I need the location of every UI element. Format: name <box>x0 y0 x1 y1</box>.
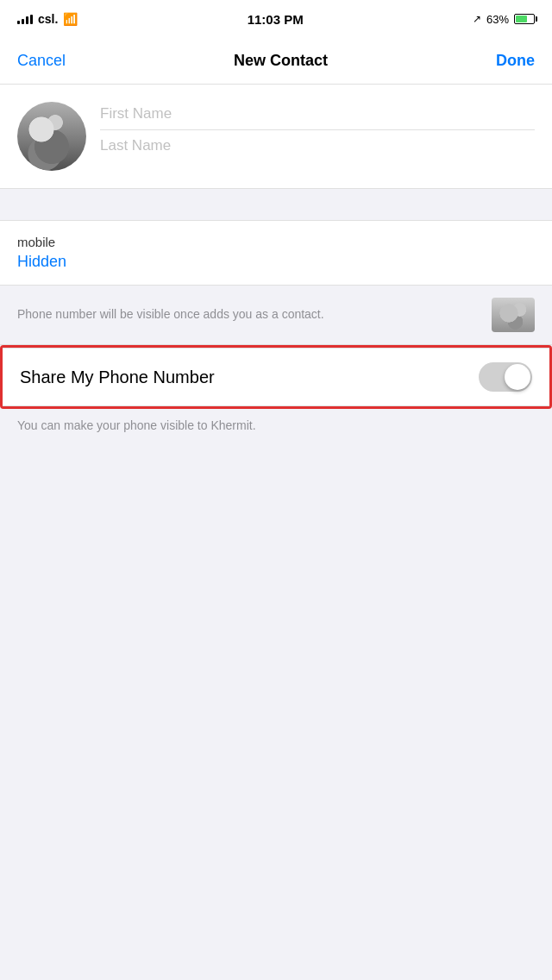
share-section-highlight: Share My Phone Number <box>0 345 552 409</box>
share-hint-text: You can make your phone visible to Kherm… <box>17 418 256 432</box>
wifi-icon: 📶 <box>63 12 78 26</box>
bottom-area <box>0 449 552 707</box>
name-fields <box>100 102 535 161</box>
last-name-input[interactable] <box>100 129 535 161</box>
carrier-name: csl. <box>38 12 58 26</box>
signal-bar-2 <box>22 19 24 24</box>
toggle-knob <box>505 364 530 390</box>
signal-bar-4 <box>30 15 33 24</box>
share-phone-section: Share My Phone Number <box>3 348 549 406</box>
status-right: ↗ 63% <box>473 13 535 26</box>
share-phone-label: Share My Phone Number <box>20 368 215 387</box>
signal-bar-1 <box>17 21 20 24</box>
nav-bar: Cancel New Contact Done <box>0 38 552 85</box>
phone-label: mobile <box>17 235 535 249</box>
share-hint-section: You can make your phone visible to Kherm… <box>0 409 552 449</box>
first-name-input[interactable] <box>100 102 535 126</box>
contact-photo-section <box>0 85 552 189</box>
page-title: New Contact <box>234 52 328 70</box>
status-left: csl. 📶 <box>17 12 78 26</box>
avatar[interactable] <box>17 102 86 171</box>
avatar-image <box>17 102 86 171</box>
signal-bar-3 <box>26 16 28 24</box>
cancel-button[interactable]: Cancel <box>17 52 66 70</box>
location-icon: ↗ <box>473 13 481 25</box>
first-name-row <box>100 102 535 126</box>
visibility-image-placeholder <box>492 298 535 332</box>
phone-value: Hidden <box>17 253 535 271</box>
visibility-notice-text: Phone number will be visible once adds y… <box>17 306 492 324</box>
battery-icon <box>514 14 535 24</box>
status-bar: csl. 📶 11:03 PM ↗ 63% <box>0 0 552 38</box>
status-time: 11:03 PM <box>248 12 304 27</box>
done-button[interactable]: Done <box>496 52 535 70</box>
signal-bars <box>17 14 33 24</box>
section-spacer-1 <box>0 189 552 220</box>
share-phone-toggle[interactable] <box>479 362 532 392</box>
phone-section: mobile Hidden <box>0 220 552 286</box>
visibility-notice: Phone number will be visible once adds y… <box>0 286 552 345</box>
battery-percentage: 63% <box>486 13 509 26</box>
